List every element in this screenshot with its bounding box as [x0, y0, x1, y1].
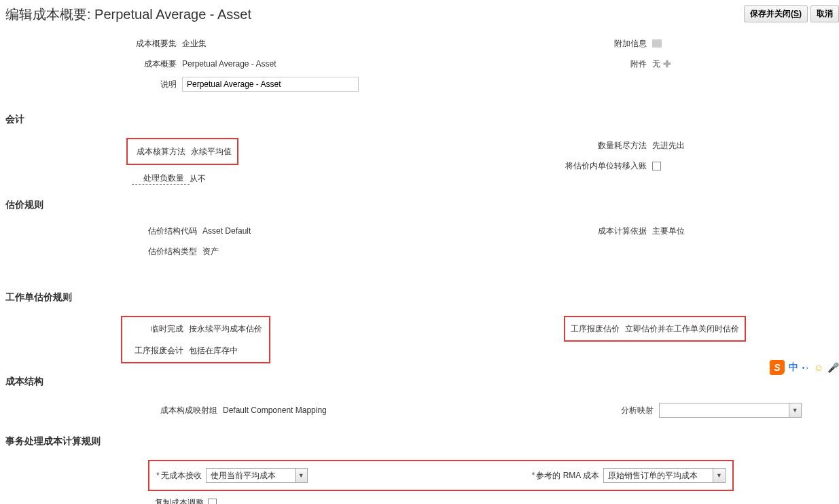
description-label: 说明: [5, 79, 182, 90]
scrap-valuation-value: 立即估价并在工作单关闭时估价: [625, 323, 739, 335]
note-icon[interactable]: [652, 39, 662, 48]
temp-complete-value: 按永续平均成本估价: [189, 323, 262, 335]
save-and-close-button[interactable]: 保存并关闭(S): [744, 5, 808, 22]
temp-complete-label: 临时完成: [128, 323, 189, 335]
transfer-in-checkbox[interactable]: [652, 162, 661, 170]
chevron-down-icon: ▼: [713, 469, 725, 482]
additional-info-label: 附加信息: [489, 38, 652, 50]
accounting-method-highlight: 成本核算方法 永续平均值: [126, 138, 238, 165]
val-structure-code-label: 估价结构代码: [5, 226, 202, 237]
mapping-group-value: Default Component Mapping: [223, 406, 327, 415]
workorder-section-title: 工作单估价规则: [5, 291, 839, 304]
negative-qty-label: 处理负数量: [132, 173, 190, 185]
profile-set-label: 成本概要集: [5, 38, 182, 50]
cost-structure-section-title: 成本结构: [5, 376, 839, 388]
attachments-value: 无: [652, 58, 660, 70]
val-structure-type-value: 资产: [202, 246, 219, 257]
profile-label: 成本概要: [5, 58, 182, 70]
ime-lang-indicator[interactable]: 中: [789, 361, 798, 374]
no-cost-label: 无成本接收: [161, 470, 206, 482]
mapping-group-label: 成本构成映射组: [5, 405, 223, 416]
txn-rules-section-title: 事务处理成本计算规则: [5, 435, 839, 448]
rma-cost-select[interactable]: 原始销售订单的平均成本 ▼: [603, 468, 726, 483]
valuation-section-title: 估价规则: [5, 199, 839, 211]
copy-adjust-label: 复制成本调整: [155, 497, 208, 505]
val-structure-code-value: Asset Default: [202, 226, 251, 236]
no-cost-select[interactable]: 使用当前平均成本 ▼: [206, 468, 308, 483]
chevron-down-icon: ▼: [295, 469, 307, 482]
required-asterisk: *: [532, 471, 535, 480]
workorder-left-highlight: 临时完成 按永续平均成本估价 工序报废会计 包括在库存中: [121, 316, 270, 363]
attachments-label: 附件: [489, 58, 652, 70]
scrap-accounting-label: 工序报废会计: [128, 345, 189, 357]
scrap-accounting-value: 包括在库存中: [189, 345, 238, 357]
depletion-method-value: 先进先出: [652, 140, 685, 151]
ime-emoji-icon[interactable]: ☺: [814, 362, 823, 373]
sogou-icon: S: [770, 360, 785, 375]
ime-mic-icon[interactable]: 🎤: [827, 362, 839, 373]
scrap-valuation-label: 工序报废估价: [571, 323, 625, 335]
negative-qty-value: 从不: [190, 173, 206, 185]
calc-basis-label: 成本计算依据: [489, 226, 652, 237]
analysis-mapping-select[interactable]: ▼: [659, 403, 802, 418]
analysis-mapping-label: 分析映射: [489, 405, 659, 416]
description-input[interactable]: [182, 77, 359, 92]
chevron-down-icon: ▼: [789, 403, 801, 417]
ime-floating-toolbar[interactable]: S 中 •› ☺ 🎤: [770, 360, 839, 375]
required-asterisk: *: [156, 471, 160, 480]
accounting-section-title: 会计: [5, 113, 839, 126]
cost-method-value: 永续平均值: [191, 146, 232, 158]
txn-rules-highlight: * 无成本接收 使用当前平均成本 ▼ * 参考的 RMA 成本 原始销售订单的平…: [148, 460, 734, 491]
ime-punct-icon[interactable]: •›: [802, 364, 810, 372]
copy-adjust-checkbox[interactable]: [208, 499, 217, 505]
page-title: 编辑成本概要: Perpetual Average - Asset: [5, 5, 251, 24]
calc-basis-value: 主要单位: [652, 226, 685, 237]
profile-value: Perpetual Average - Asset: [182, 59, 276, 69]
profile-set-value: 企业集: [182, 38, 207, 50]
val-structure-type-label: 估价结构类型: [5, 246, 202, 257]
rma-cost-label: 参考的 RMA 成本: [536, 470, 603, 482]
cost-method-label: 成本核算方法: [133, 146, 191, 158]
cancel-button[interactable]: 取消: [810, 5, 839, 22]
add-attachment-icon[interactable]: ✚: [663, 58, 671, 69]
workorder-right-highlight: 工序报废估价 立即估价并在工作单关闭时估价: [564, 316, 746, 342]
transfer-in-label: 将估价内单位转移入账: [489, 160, 652, 172]
depletion-method-label: 数量耗尽方法: [489, 140, 652, 151]
